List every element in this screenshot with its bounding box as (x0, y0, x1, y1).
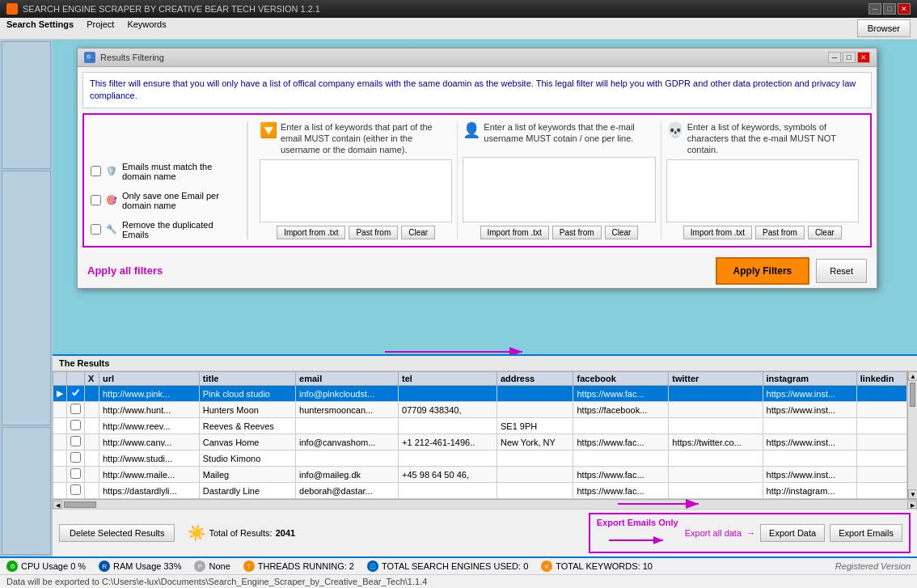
status-keywords: K TOTAL KEYWORDS: 10 (541, 561, 653, 572)
filter-col-3: 💀 Enter a list of keywords, symbols of c… (661, 121, 864, 239)
reset-button[interactable]: Reset (816, 259, 867, 283)
table-row[interactable]: http://www.hunt... Hunters Moon huntersm… (53, 402, 907, 418)
filter-col-2-header: 👤 Enter a list of keywords that the e-ma… (463, 121, 655, 154)
table-row[interactable]: http://www.canv... Canvas Home info@canv… (53, 434, 907, 451)
row-title-6: Dastardly Line (199, 483, 295, 499)
sun-icon: ☀️ (188, 524, 205, 542)
clear-btn-1[interactable]: Clear (401, 226, 435, 239)
row-tel-2 (399, 418, 497, 434)
row-twitter-1 (669, 402, 763, 418)
row-checkbox-6[interactable] (70, 484, 81, 495)
filter-textarea-1[interactable] (260, 159, 452, 222)
filter-icon-3: 💀 (666, 121, 684, 140)
delete-selected-button[interactable]: Delete Selected Results (59, 524, 175, 542)
row-checkbox-4[interactable] (70, 452, 81, 463)
threads-icon: T (243, 561, 255, 572)
filter-col-3-header: 💀 Enter a list of keywords, symbols of c… (666, 121, 859, 156)
row-expand-6[interactable] (53, 483, 67, 499)
table-row[interactable]: http://www.maile... Maileg info@maileg.d… (53, 467, 907, 483)
export-section: Export Emails Only (589, 513, 911, 553)
row-checkbox-3[interactable] (70, 436, 81, 446)
row-expand-1[interactable] (53, 402, 67, 418)
kw-icon: K (541, 561, 552, 572)
past-from-btn-1[interactable]: Past from (349, 226, 398, 239)
table-row[interactable]: ▶ http://www.pink... Pink cloud studio i… (53, 386, 907, 402)
domain-checkbox[interactable] (91, 166, 101, 176)
row-tel-6 (399, 483, 497, 499)
import-txt-btn-2[interactable]: Import from .txt (480, 226, 549, 239)
status-proxy: P None (194, 561, 230, 572)
past-from-btn-2[interactable]: Past from (552, 226, 602, 239)
row-url-3: http://www.canv... (99, 434, 200, 451)
row-expand-3[interactable] (53, 434, 67, 451)
checkbox-remove-dup: 🔧 Remove the duplicated Emails (91, 220, 240, 239)
filter-textarea-2[interactable] (463, 157, 655, 222)
horizontal-scrollbar[interactable]: ◀ ▶ (53, 499, 917, 509)
row-checkbox-2[interactable] (70, 420, 81, 430)
row-title-5: Maileg (199, 467, 295, 483)
modal-minimize-button[interactable]: ─ (828, 52, 841, 63)
past-from-btn-3[interactable]: Past from (755, 226, 805, 239)
one-email-checkbox[interactable] (91, 195, 101, 205)
modal-close-button[interactable]: ✕ (857, 52, 870, 63)
title-bar: SEARCH ENGINE SCRAPER BY CREATIVE BEAR T… (0, 0, 917, 18)
import-txt-btn-1[interactable]: Import from .txt (277, 226, 345, 239)
export-emails-button[interactable]: Export Emails (830, 524, 902, 542)
col-facebook: facebook (573, 372, 669, 386)
path-label: Data will be exported to C:\Users\e-lux\… (6, 577, 427, 586)
row-checkbox-cell-2 (67, 418, 85, 434)
table-area: X url title email tel address facebook t… (53, 371, 917, 499)
row-checkbox-cell-6 (67, 483, 85, 499)
row-url-0: http://www.pink... (99, 386, 200, 402)
apply-section: Apply all filters Apply Filters Reset (78, 252, 877, 288)
checkbox-domain: 🛡️ Emails must match the domain name (91, 162, 240, 181)
total-label: Total of Results: (209, 528, 272, 538)
hscroll-thumb[interactable] (64, 501, 96, 508)
threads-label: THREADS RUNNING: 2 (258, 561, 354, 571)
table-row[interactable]: https://dastardlyli... Dastardly Line de… (53, 483, 907, 499)
close-button[interactable]: ✕ (898, 3, 911, 15)
results-filtering-modal: 🔍 Results Filtering ─ □ ✕ This filter wi… (77, 48, 877, 289)
row-linkedin-3 (856, 434, 906, 451)
row-expand-4[interactable] (53, 451, 67, 467)
table-row[interactable]: http://www.reev... Reeves & Reeves SE1 9… (53, 418, 907, 434)
row-checkbox-0[interactable] (70, 387, 81, 398)
row-email-5: info@maileg.dk (296, 467, 399, 483)
status-search-engines: 🌐 TOTAL SEARCH ENGINES USED: 0 (367, 561, 528, 572)
export-data-button[interactable]: Export Data (760, 524, 825, 542)
results-header: The Results (53, 356, 917, 371)
minimize-button[interactable]: ─ (868, 3, 881, 15)
filter-col-3-desc: Enter a list of keywords, symbols of cha… (687, 121, 859, 156)
row-facebook-2 (573, 418, 669, 434)
row-expand-0[interactable]: ▶ (53, 386, 67, 402)
row-twitter-3: https://twitter.co... (669, 434, 763, 451)
row-facebook-1: https://facebook... (573, 402, 669, 418)
maximize-button[interactable]: □ (883, 3, 896, 15)
window-controls: ─ □ ✕ (868, 3, 911, 15)
scrollbar-thumb[interactable] (910, 383, 915, 407)
import-txt-btn-3[interactable]: Import from .txt (683, 226, 752, 239)
table-wrapper: X url title email tel address facebook t… (53, 371, 907, 499)
row-checkbox-1[interactable] (70, 404, 81, 414)
row-checkbox-cell-1 (67, 402, 85, 418)
table-row[interactable]: http://www.studi... Studio Kimono (53, 451, 907, 467)
keywords-label: Keywords (127, 19, 166, 37)
modal-title: Results Filtering (100, 53, 828, 62)
row-checkbox-5[interactable] (70, 468, 81, 479)
clear-btn-2[interactable]: Clear (605, 226, 639, 239)
row-expand-5[interactable] (53, 467, 67, 483)
row-linkedin-1 (856, 402, 906, 418)
clear-btn-3[interactable]: Clear (808, 226, 842, 239)
row-tel-0 (399, 386, 497, 402)
modal-icon: 🔍 (84, 52, 95, 63)
row-twitter-5 (669, 467, 763, 483)
modal-maximize-button[interactable]: □ (843, 52, 856, 63)
remove-dup-checkbox[interactable] (91, 224, 101, 235)
filter-textarea-3[interactable] (666, 159, 859, 222)
apply-filters-button[interactable]: Apply Filters (716, 257, 810, 285)
browser-button[interactable]: Browser (857, 19, 911, 37)
row-expand-2[interactable] (53, 418, 67, 434)
target-icon: 🎯 (106, 195, 117, 205)
table-scrollbar[interactable]: ▲ ▼ (907, 371, 917, 499)
filter-col-2: 👤 Enter a list of keywords that the e-ma… (458, 121, 661, 239)
